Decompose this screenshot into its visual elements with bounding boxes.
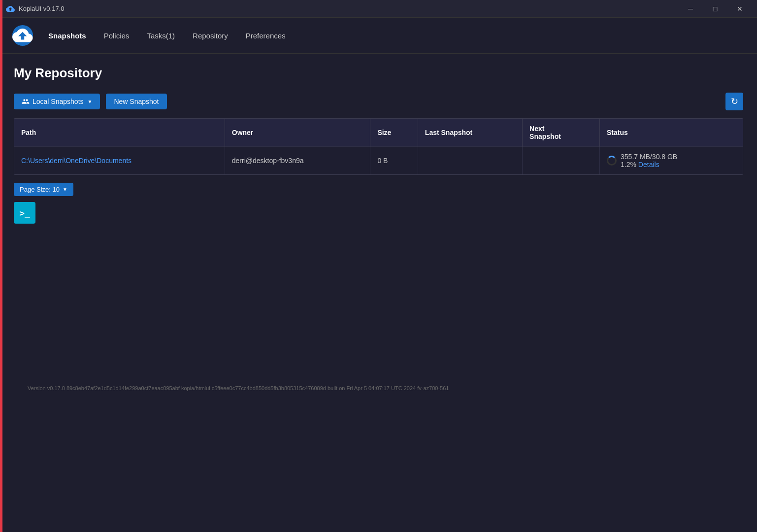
status-cell: 355.7 MB/30.8 GB 1.2% Details (607, 153, 736, 168)
cell-size: 0 B (370, 147, 418, 175)
cell-owner: derri@desktop-fbv3n9a (225, 147, 370, 175)
app-icon (6, 4, 15, 13)
refresh-button[interactable]: ↻ (725, 93, 743, 110)
status-percent: 1.2% (621, 161, 636, 168)
col-next-snapshot: Next Snapshot (523, 119, 600, 147)
toolbar: Local Snapshots ▼ New Snapshot ↻ (14, 93, 743, 110)
maximize-button[interactable]: □ (704, 1, 726, 16)
nav-repository[interactable]: Repository (184, 27, 237, 45)
table-header: Path Owner Size Last Snapshot Next Snaps… (14, 119, 743, 147)
nav-preferences[interactable]: Preferences (237, 27, 295, 45)
refresh-icon: ↻ (731, 96, 738, 107)
local-snapshots-label: Local Snapshots (33, 98, 84, 105)
logo-icon (11, 24, 34, 47)
nav-policies[interactable]: Policies (95, 27, 138, 45)
page-title: My Repository (14, 66, 743, 81)
cell-next-snapshot (523, 147, 600, 175)
col-path: Path (14, 119, 225, 147)
app-title: KopiaUI v0.17.0 (19, 5, 65, 12)
path-link[interactable]: C:\Users\derri\OneDrive\Documents (21, 157, 132, 165)
col-size: Size (370, 119, 418, 147)
cell-status: 355.7 MB/30.8 GB 1.2% Details (600, 147, 743, 175)
col-last-snapshot: Last Snapshot (418, 119, 522, 147)
terminal-icon: >_ (19, 208, 30, 218)
main-nav: Snapshots Policies Tasks(1) Repository P… (39, 27, 295, 45)
version-info: Version v0.17.0 89c8eb47af2e1d5c1d14fe29… (28, 384, 757, 393)
toolbar-left: Local Snapshots ▼ New Snapshot (14, 94, 167, 109)
logo (10, 23, 35, 48)
cell-path: C:\Users\derri\OneDrive\Documents (14, 147, 225, 175)
col-owner: Owner (225, 119, 370, 147)
local-snapshots-button[interactable]: Local Snapshots ▼ (14, 94, 100, 109)
users-icon (22, 98, 30, 105)
pagination-bar: Page Size: 10 ▼ (14, 183, 743, 196)
minimize-button[interactable]: ─ (679, 1, 702, 16)
navbar: Snapshots Policies Tasks(1) Repository P… (0, 18, 757, 54)
titlebar-left: KopiaUI v0.17.0 (6, 4, 65, 13)
page-size-dropdown-arrow: ▼ (63, 187, 67, 192)
page-size-label: Page Size: 10 (20, 186, 60, 193)
close-button[interactable]: ✕ (728, 1, 751, 16)
nav-tasks[interactable]: Tasks(1) (138, 27, 184, 45)
new-snapshot-button[interactable]: New Snapshot (106, 94, 166, 109)
snapshots-table: Path Owner Size Last Snapshot Next Snaps… (14, 119, 743, 174)
table-body: C:\Users\derri\OneDrive\Documents derri@… (14, 147, 743, 175)
version-text: Version v0.17.0 89c8eb47af2e1d5c1d14fe29… (28, 385, 449, 391)
progress-spinner (607, 156, 617, 166)
nav-snapshots[interactable]: Snapshots (39, 27, 95, 45)
titlebar: KopiaUI v0.17.0 ─ □ ✕ (0, 0, 757, 18)
cell-last-snapshot (418, 147, 522, 175)
table-row: C:\Users\derri\OneDrive\Documents derri@… (14, 147, 743, 175)
status-text-group: 355.7 MB/30.8 GB 1.2% Details (621, 153, 677, 168)
dropdown-arrow-icon: ▼ (88, 99, 93, 104)
main-content: My Repository Local Snapshots ▼ New Snap… (0, 54, 757, 416)
snapshots-table-container: Path Owner Size Last Snapshot Next Snaps… (14, 118, 743, 175)
status-size-text: 355.7 MB/30.8 GB (621, 153, 677, 161)
table-header-row: Path Owner Size Last Snapshot Next Snaps… (14, 119, 743, 147)
terminal-button[interactable]: >_ (14, 202, 35, 224)
page-size-button[interactable]: Page Size: 10 ▼ (14, 183, 73, 196)
new-snapshot-label: New Snapshot (114, 98, 159, 105)
details-link[interactable]: Details (638, 161, 659, 168)
titlebar-controls: ─ □ ✕ (679, 1, 751, 16)
col-status: Status (600, 119, 743, 147)
